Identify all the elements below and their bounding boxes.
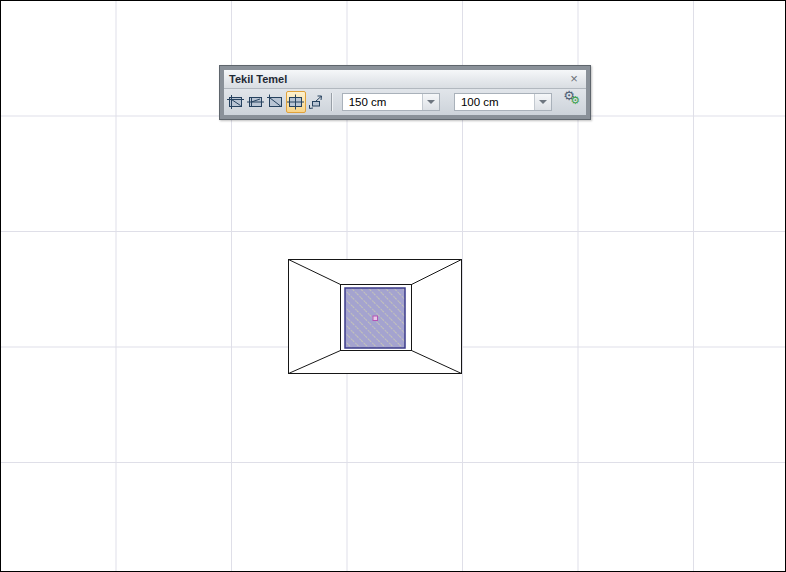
- offset-move-button[interactable]: [306, 91, 326, 113]
- anchor-corner-button[interactable]: [266, 91, 286, 113]
- anchor-corner-icon: [267, 94, 284, 110]
- gears-icon: ⚙: [570, 94, 580, 107]
- close-icon: ×: [570, 71, 578, 86]
- chevron-down-icon: [427, 100, 435, 104]
- chevron-down-icon: [539, 100, 547, 104]
- anchor-middle-left-icon: [247, 94, 264, 110]
- foundation-drawing[interactable]: [281, 251, 471, 383]
- toolbar-separator: [331, 93, 332, 111]
- width-dropdown-button[interactable]: [422, 94, 439, 110]
- width-combobox[interactable]: 150 cm: [342, 93, 440, 111]
- palette-titlebar[interactable]: Tekil Temel ×: [224, 70, 586, 89]
- depth-dropdown-button[interactable]: [534, 94, 551, 110]
- depth-combobox[interactable]: 100 cm: [454, 93, 552, 111]
- offset-move-icon: [307, 94, 324, 110]
- anchor-center-icon: [287, 94, 304, 110]
- palette-toolbar: 150 cm 100 cm ⚙ ⚙: [224, 89, 586, 115]
- cad-canvas[interactable]: Tekil Temel ×: [0, 0, 786, 572]
- width-value[interactable]: 150 cm: [343, 94, 422, 110]
- settings-button[interactable]: ⚙ ⚙: [561, 91, 584, 113]
- anchor-middle-left-button[interactable]: [246, 91, 266, 113]
- anchor-center-button[interactable]: [286, 91, 306, 113]
- anchor-top-left-icon: [227, 94, 244, 110]
- close-button[interactable]: ×: [566, 71, 582, 87]
- anchor-top-left-button[interactable]: [226, 91, 246, 113]
- tekil-temel-palette: Tekil Temel ×: [219, 65, 591, 120]
- palette-title: Tekil Temel: [229, 73, 287, 85]
- insertion-point-marker[interactable]: [373, 316, 378, 321]
- depth-value[interactable]: 100 cm: [455, 94, 534, 110]
